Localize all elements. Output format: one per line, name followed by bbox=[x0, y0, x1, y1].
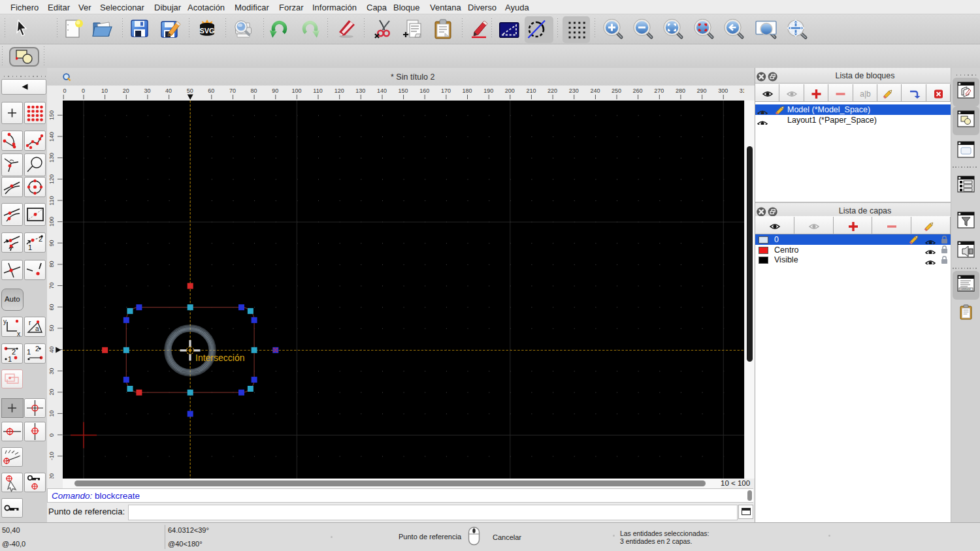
svg-text:a|b: a|b bbox=[860, 89, 871, 99]
svg-text:Intersección: Intersección bbox=[195, 353, 244, 363]
svg-text:y: y bbox=[3, 318, 7, 325]
svg-text:SVG: SVG bbox=[199, 27, 214, 35]
svg-text:a: a bbox=[35, 325, 39, 332]
svg-text:1: 1 bbox=[27, 348, 31, 356]
svg-text:1: 1 bbox=[8, 355, 12, 363]
svg-text:1: 1 bbox=[28, 244, 32, 251]
svg-text:2: 2 bbox=[12, 348, 16, 356]
svg-text:x: x bbox=[17, 330, 20, 337]
svg-text:command: command bbox=[960, 288, 970, 291]
svg-text:2: 2 bbox=[35, 345, 39, 353]
svg-text:2: 2 bbox=[39, 235, 42, 243]
svg-text:r: r bbox=[29, 319, 31, 326]
